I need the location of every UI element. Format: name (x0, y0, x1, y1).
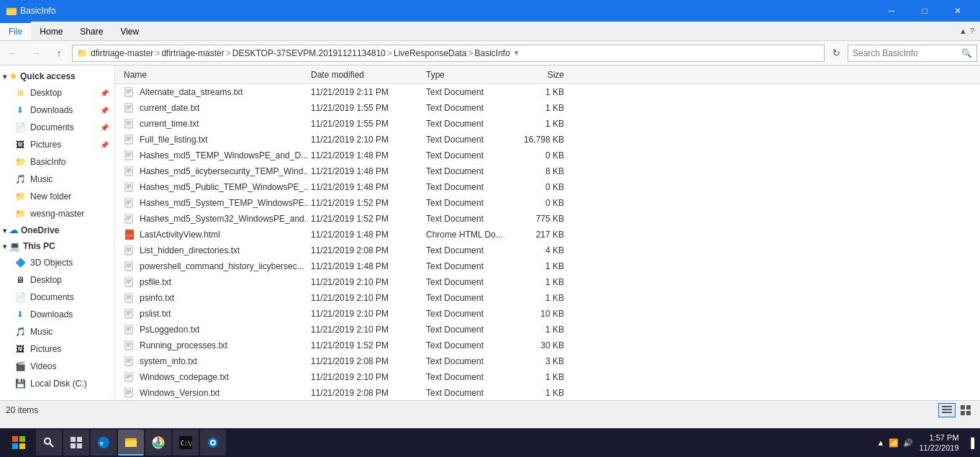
taskview-button[interactable] (63, 430, 89, 456)
table-row[interactable]: Alternate_data_streams.txt 11/21/2019 2:… (115, 84, 980, 100)
svg-rect-2 (6, 9, 17, 15)
table-row[interactable]: Running_processes.txt 11/21/2019 1:52 PM… (115, 338, 980, 353)
quick-access-header[interactable]: ▾ ★ Quick access (0, 68, 114, 84)
svg-rect-87 (966, 411, 971, 415)
chrome-taskbar-button[interactable] (145, 430, 171, 456)
address-dropdown-button[interactable]: ▼ (513, 49, 520, 57)
svg-rect-88 (12, 436, 18, 442)
tab-share[interactable]: Share (71, 22, 112, 40)
up-button[interactable]: ↑ (49, 43, 69, 63)
table-row[interactable]: Hashes_md5_System32_WindowsPE_and... 11/… (115, 211, 980, 227)
table-row[interactable]: psfile.txt 11/21/2019 2:10 PM Text Docum… (115, 274, 980, 290)
table-row[interactable]: powershell_command_history_iicybersec...… (115, 258, 980, 274)
table-row[interactable]: Windows_codepage.txt 11/21/2019 2:10 PM … (115, 369, 980, 385)
this-pc-header[interactable]: ▾ 💻 This PC (0, 238, 114, 254)
maximize-button[interactable]: □ (908, 0, 941, 22)
sidebar-item-documents-qa[interactable]: 📄 Documents 📌 (0, 119, 114, 136)
expand-ribbon-button[interactable]: ▲ (959, 27, 967, 35)
explorer-taskbar-button[interactable] (118, 430, 144, 456)
sidebar-item-3dobjects[interactable]: 🔷 3D Objects (0, 254, 114, 271)
show-hidden-icon[interactable]: ▲ (877, 438, 885, 447)
column-headers: Name Date modified Type Size (115, 65, 980, 84)
sidebar-item-documents-pc[interactable]: 📄 Documents (0, 289, 114, 306)
minimize-button[interactable]: ─ (875, 0, 908, 22)
taskbar-clock[interactable]: 1:57 PM 11/22/2019 (919, 433, 958, 453)
address-path[interactable]: 📁 dfirtriage-master > dfirtriage-master … (72, 45, 825, 62)
tab-view[interactable]: View (112, 22, 148, 40)
forward-button[interactable]: → (26, 43, 46, 63)
search-taskbar-button[interactable] (36, 430, 62, 456)
table-row[interactable]: List_hidden_directories.txt 11/21/2019 2… (115, 243, 980, 258)
file-type-cell: Text Document (423, 119, 509, 129)
volume-icon: 🔊 (903, 438, 913, 448)
table-row[interactable]: system_info.txt 11/21/2019 2:08 PM Text … (115, 353, 980, 369)
view-controls (938, 403, 974, 417)
table-row[interactable]: Hashes_md5_iicybersecurity_TEMP_Wind... … (115, 163, 980, 179)
table-row[interactable]: Hashes_md5_TEMP_WindowsPE_and_D... 11/21… (115, 148, 980, 163)
sidebar-item-local-disk[interactable]: 💾 Local Disk (C:) (0, 375, 114, 392)
edge-taskbar-button[interactable]: e (91, 430, 117, 456)
file-type-cell: Text Document (423, 182, 509, 192)
documents-qa-icon: 📄 (14, 122, 26, 133)
sidebar-item-pictures-pc[interactable]: 🖼 Pictures (0, 340, 114, 358)
file-date-cell: 11/21/2019 2:08 PM (308, 356, 423, 366)
file-name-cell: psinfo.txt (121, 292, 308, 304)
txt-file-icon (124, 182, 135, 192)
details-view-button[interactable] (938, 403, 956, 417)
table-row[interactable]: PsLoggedon.txt 11/21/2019 2:10 PM Text D… (115, 322, 980, 338)
show-desktop-button[interactable]: ▐ (965, 438, 977, 448)
sidebar-item-desktop-pc-label: Desktop (30, 275, 62, 285)
refresh-button[interactable]: ↻ (827, 45, 845, 62)
table-row[interactable]: Windows_Version.txt 11/21/2019 2:08 PM T… (115, 385, 980, 400)
sidebar-item-music-qa[interactable]: 🎵 Music (0, 171, 114, 188)
file-size-cell: 1 KB (509, 325, 567, 335)
txt-file-icon (124, 388, 135, 398)
paint-taskbar-button[interactable] (200, 430, 226, 456)
taskview-icon (71, 437, 82, 448)
file-type-icon (124, 308, 135, 320)
col-header-size[interactable]: Size (509, 70, 567, 80)
sidebar-item-wesng[interactable]: 📁 wesng-master (0, 205, 114, 222)
sidebar-item-pictures-qa[interactable]: 🖼 Pictures 📌 (0, 136, 114, 153)
svg-rect-89 (19, 436, 25, 442)
table-row[interactable]: Hashes_md5_System_TEMP_WindowsPE... 11/2… (115, 195, 980, 211)
large-icons-view-button[interactable] (957, 403, 974, 417)
table-row[interactable]: Hashes_md5_Public_TEMP_WindowsPE_... 11/… (115, 179, 980, 195)
close-button[interactable]: ✕ (941, 0, 974, 22)
svg-line-93 (50, 444, 54, 448)
col-header-name[interactable]: Name (121, 70, 308, 80)
tab-home[interactable]: Home (31, 22, 71, 40)
sidebar-item-desktop-qa[interactable]: 🖥 Desktop 📌 (0, 84, 114, 101)
table-row[interactable]: psinfo.txt 11/21/2019 2:10 PM Text Docum… (115, 290, 980, 306)
sidebar-item-music-pc[interactable]: 🎵 Music (0, 323, 114, 340)
statusbar: 20 items (0, 400, 980, 419)
onedrive-header[interactable]: ▾ ☁ OneDrive (0, 222, 114, 238)
quick-access-label: Quick access (20, 71, 76, 81)
cmd-taskbar-button[interactable]: C:\> (173, 430, 199, 456)
file-size-cell: 1 KB (509, 293, 567, 303)
table-row[interactable]: pslist.txt 11/21/2019 2:10 PM Text Docum… (115, 306, 980, 322)
sidebar-item-downloads-pc[interactable]: ⬇ Downloads (0, 306, 114, 323)
col-header-date[interactable]: Date modified (308, 70, 423, 80)
sidebar-item-desktop-pc[interactable]: 🖥 Desktop (0, 271, 114, 289)
svg-rect-95 (77, 437, 82, 442)
table-row[interactable]: current_date.txt 11/21/2019 1:55 PM Text… (115, 100, 980, 116)
sidebar-item-videos-pc[interactable]: 🎬 Videos (0, 358, 114, 375)
file-size-cell: 10 KB (509, 309, 567, 319)
back-button[interactable]: ← (3, 43, 23, 63)
table-row[interactable]: current_time.txt 11/21/2019 1:55 PM Text… (115, 116, 980, 132)
start-button[interactable] (3, 428, 35, 457)
file-type-cell: Text Document (423, 356, 509, 366)
tab-file[interactable]: File (0, 22, 31, 40)
main-layout: ▾ ★ Quick access 🖥 Desktop 📌 ⬇ Downloads… (0, 65, 980, 400)
col-header-type[interactable]: Type (423, 70, 509, 80)
table-row[interactable]: Full_file_listing.txt 11/21/2019 2:10 PM… (115, 132, 980, 148)
help-button[interactable]: ? (970, 27, 974, 35)
file-type-icon (124, 86, 135, 98)
sidebar-item-basicinfo[interactable]: 📁 BasicInfo (0, 153, 114, 171)
table-row[interactable]: </> LastActivityView.html 11/21/2019 1:4… (115, 227, 980, 243)
sidebar-item-downloads-qa[interactable]: ⬇ Downloads 📌 (0, 101, 114, 119)
search-input[interactable] (853, 48, 961, 58)
sidebar-item-newfolder[interactable]: 📁 New folder (0, 188, 114, 205)
file-name-text: LastActivityView.html (140, 230, 220, 240)
